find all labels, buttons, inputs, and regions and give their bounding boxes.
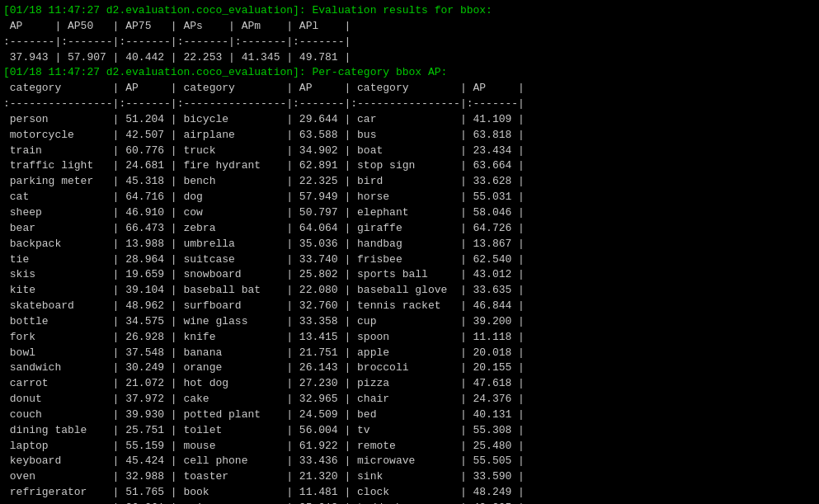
log-line: [01/18 11:47:27 d2.evaluation.coco_evalu… [3,3,816,19]
log-line: bear | 66.473 | zebra | 64.064 | giraffe… [3,221,816,237]
log-line: category | AP | category | AP | category… [3,81,816,97]
log-line: refrigerator | 51.765 | book | 11.481 | … [3,485,816,501]
log-line: backpack | 13.988 | umbrella | 35.036 | … [3,237,816,252]
log-line: sheep | 46.910 | cow | 50.797 | elephant… [3,205,816,221]
log-line: keyboard | 45.424 | cell phone | 33.436 … [3,454,816,469]
log-line: parking meter | 45.318 | bench | 22.325 … [3,174,816,190]
log-line: dining table | 25.751 | toilet | 56.004 … [3,423,816,439]
log-line: tie | 28.964 | suitcase | 33.740 | frisb… [3,252,816,268]
log-line: 37.943 | 57.907 | 40.442 | 22.253 | 41.3… [3,50,816,66]
log-line: kite | 39.104 | baseball bat | 22.080 | … [3,283,816,299]
log-line: AP | AP50 | AP75 | APs | APm | APl | [3,19,816,35]
log-line: vase | 36.061 | scissors | 25.918 | tedd… [3,501,816,504]
log-line: skateboard | 48.962 | surfboard | 32.760… [3,299,816,314]
log-line: bowl | 37.548 | banana | 21.751 | apple … [3,346,816,361]
log-line: laptop | 55.159 | mouse | 61.922 | remot… [3,439,816,455]
log-line: cat | 64.716 | dog | 57.949 | horse | 55… [3,190,816,205]
log-line: traffic light | 24.681 | fire hydrant | … [3,158,816,174]
log-line: bottle | 34.575 | wine glass | 33.358 | … [3,314,816,330]
terminal-output: [01/18 11:47:27 d2.evaluation.coco_evalu… [3,3,816,504]
log-line: motorcycle | 42.507 | airplane | 63.588 … [3,128,816,144]
log-line: :----------------|:-------|:------------… [3,97,816,112]
log-line: train | 60.776 | truck | 34.902 | boat |… [3,144,816,159]
log-line: sandwich | 30.249 | orange | 26.143 | br… [3,360,816,376]
log-line: couch | 39.930 | potted plant | 24.509 |… [3,407,816,423]
log-line: :-------|:-------|:-------|:-------|:---… [3,35,816,50]
log-line: person | 51.204 | bicycle | 29.644 | car… [3,112,816,128]
log-line: skis | 19.659 | snowboard | 25.802 | spo… [3,267,816,283]
log-line: fork | 26.928 | knife | 13.415 | spoon |… [3,330,816,346]
log-line: donut | 37.972 | cake | 32.965 | chair |… [3,392,816,407]
log-line: oven | 32.988 | toaster | 21.320 | sink … [3,469,816,485]
log-line: [01/18 11:47:27 d2.evaluation.coco_evalu… [3,65,816,81]
log-line: carrot | 21.072 | hot dog | 27.230 | piz… [3,376,816,392]
